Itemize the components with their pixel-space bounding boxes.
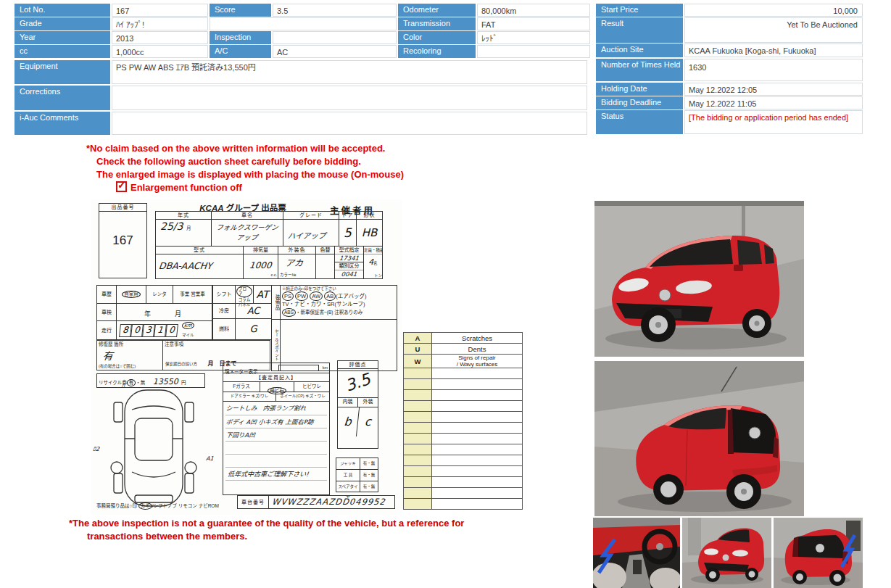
sheet-val-name-2: アップ	[211, 232, 283, 242]
sheet-score-value: 3.5	[336, 368, 379, 397]
sheet-mileage-cell: 8 0 3 1 0 km マイル	[116, 320, 212, 340]
sheet-meter-head: 現メーター表示	[225, 369, 258, 374]
thumb-front[interactable]	[682, 518, 771, 588]
score-value: 3.5	[273, 4, 397, 17]
thumb-interior[interactable]	[593, 518, 680, 588]
inspection-value	[273, 31, 397, 44]
thumb-rear[interactable]	[774, 518, 863, 588]
sheet-vin-head: 車台番号	[238, 496, 269, 508]
auction-sheet-image[interactable]: 出品番号 167 KCAA グループ 出品票 主催者用 年式 車名 グレード ド…	[91, 199, 402, 515]
auction-site-value: KCAA Fukuoka [Koga-shi, Fukuoka]	[684, 44, 863, 57]
transmission-label: Transmission	[398, 17, 476, 30]
sheet-cooling-label: 冷房	[212, 303, 236, 319]
auction-site-label: Auction Site	[596, 44, 683, 57]
sheet-unit-persons: 名	[373, 261, 378, 265]
photo-front-quarter[interactable]	[594, 201, 804, 357]
cc-value: 1,000cc	[112, 45, 208, 58]
photo-rear-quarter[interactable]	[594, 361, 804, 516]
odometer-value: 80,000km	[477, 4, 590, 17]
sheet-shaken-cell: 年 月	[116, 303, 212, 321]
footer-note-line2: transactions between the members.	[87, 530, 247, 543]
sheet-exterior-head: 外装	[358, 398, 378, 407]
sheet-interior-head: 内装	[338, 398, 358, 407]
legend-desc-u: Dents	[432, 344, 523, 355]
sheet-val-name-cell: フォルクスワーゲン アップ	[211, 219, 283, 247]
inspection-label: Inspection	[210, 31, 271, 44]
sheet-equip-warranty: ・新車保証書~(B) 注釈ありのみ	[296, 310, 362, 315]
sheet-hw-note2: ボディ A凹 小キズ有 上面右P跡	[225, 417, 314, 426]
corrections-value	[112, 86, 587, 110]
sheet-cooling-value-cell: AC	[235, 303, 272, 319]
result-label: Result	[596, 17, 683, 43]
sheet-cooling-value: AC	[247, 305, 260, 316]
corrections-row: Corrections	[14, 86, 589, 110]
holding-date-label: Holding Date	[596, 83, 683, 96]
sheet-repair-note: (有の場合は○で囲む)	[99, 364, 136, 369]
times-held-value: 1630	[684, 59, 863, 81]
sheet-val-year-cell: 25/3 月	[155, 219, 212, 247]
sheet-shift-opts: フロア コラム パネル	[235, 285, 254, 304]
sheet-fuel-value-cell: G	[235, 318, 272, 340]
sheet-tools-value: 有・無	[360, 470, 378, 481]
sheet-check-mirror: ドアミラー キズ/ワレ	[223, 392, 276, 401]
sheet-meter-km: km	[323, 365, 328, 370]
warning-line-2: Check the following auction sheet carefu…	[96, 155, 361, 168]
legend-code-w: W	[404, 355, 432, 368]
sheet-check-crack: ヒビワレ	[294, 382, 329, 392]
sheet-equip-aw: AW	[310, 291, 323, 301]
sheet-color-no: カラー№	[280, 273, 296, 278]
sheet-val-year: 25/3	[160, 220, 183, 232]
holding-date-value: May 12.2022 12:05	[684, 83, 863, 96]
sheet-caution-small: 保安期日の短い方	[165, 362, 197, 366]
bidding-deadline-label: Bidding Deadline	[596, 96, 683, 109]
auction-detail-page: Lot No. 167 Score 3.5 Odometer 80,000km …	[0, 0, 891, 588]
enlargement-checkbox[interactable]	[116, 181, 127, 192]
sheet-car-diagram: ﾊﾟ ﾛ2 A1	[101, 386, 207, 511]
sheet-val-model: DBA-AACHY	[158, 260, 212, 271]
sheet-val-door: 5	[344, 225, 352, 240]
sheet-opt-private: 自家用	[122, 291, 141, 298]
sheet-lot-number: 167	[99, 233, 146, 248]
sheet-shift-value: AT	[256, 289, 268, 300]
diagram-mark-a1: A1	[206, 455, 215, 462]
sheet-check-fglass: Fガラス	[223, 382, 260, 392]
holding-date-row: Holding Date May 12.2022 12:05	[596, 83, 864, 96]
sheet-opt-rental: レンタ	[146, 285, 173, 304]
lot-no-value: 167	[112, 4, 208, 17]
bidding-deadline-value: May 12.2022 11:05	[684, 96, 863, 109]
sheet-score-box: 評価点 3.5 内装 外装 b c	[337, 360, 378, 449]
sheet-office-note-text: 事務局預り品は○印	[96, 503, 137, 508]
year-label: Year	[14, 31, 110, 44]
info-row-2: Grade ﾊｲ ｱｯﾌﾟ! Transmission FAT	[14, 17, 592, 30]
bidding-deadline-row: Bidding Deadline May 12.2022 11:05	[596, 96, 864, 109]
legend-desc-w-line1: Signs of repair	[434, 355, 521, 361]
sheet-lot-label: 出品番号	[99, 204, 146, 212]
status-value: [The bidding or application period has e…	[684, 110, 863, 134]
sheet-key-circled: カギ	[138, 502, 152, 510]
legend-code-u: U	[404, 344, 432, 355]
sheet-history-private: 自家用	[116, 285, 146, 304]
sheet-fuel-value: G	[249, 323, 257, 334]
score-label: Score	[210, 4, 271, 17]
legend-desc-a: Scratches	[432, 333, 523, 344]
sheet-val-grade: ハイアップ	[287, 230, 339, 241]
sheet-interior-value: b	[336, 407, 360, 436]
equipment-value: PS PW AW ABS ｴｱB 預託済み13,550円	[112, 60, 587, 84]
sheet-unit-cc: c.c.	[270, 273, 277, 278]
sheet-unit-month: 月	[186, 225, 191, 231]
enlargement-toggle[interactable]: Enlargement function off	[116, 181, 242, 194]
ac-value: AC	[273, 45, 397, 58]
sheet-exterior-value: c	[357, 407, 379, 436]
start-price-row: Start Price 10,000	[596, 4, 864, 17]
transmission-value: FAT	[477, 17, 590, 30]
legend-row-u: U Dents	[404, 344, 523, 355]
sheet-lot-box: 出品番号 167	[99, 203, 147, 278]
sheet-val-name-1: フォルクスワーゲン	[211, 222, 283, 232]
diagram-mark-pa: ﾊﾟ	[121, 381, 128, 389]
legend-desc-w-line2: / Wavy surfaces	[434, 361, 521, 368]
sheet-equip-pw: PW	[295, 291, 308, 301]
sheet-recycle-none: ・無	[136, 380, 145, 385]
odometer-label: Odometer	[398, 4, 476, 17]
result-value: Yet To Be Auctioned	[684, 17, 863, 43]
auction-site-row: Auction Site KCAA Fukuoka [Koga-shi, Fuk…	[596, 44, 864, 57]
